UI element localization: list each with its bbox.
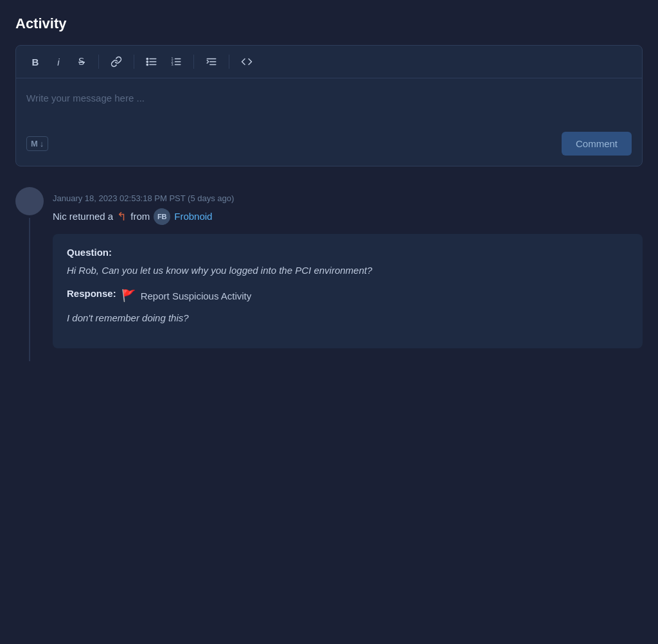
comment-button[interactable]: Comment [562,132,632,156]
toolbar-divider-3 [193,55,194,69]
activity-content: January 18, 2023 02:53:18 PM PST (5 days… [53,187,643,362]
svg-point-3 [147,58,148,59]
svg-text:3.: 3. [172,62,174,66]
activity-item: January 18, 2023 02:53:18 PM PST (5 days… [15,187,643,362]
unordered-list-button[interactable] [141,52,163,71]
description-mid: from [130,211,150,222]
toolbar-divider-2 [134,55,134,69]
page-title: Activity [15,15,643,32]
response-action: Report Suspicious Activity [141,291,252,301]
activity-left [15,187,44,362]
editor-body[interactable]: Write your message here ... M ↓ Comment [16,78,642,166]
indent-button[interactable] [200,52,222,71]
strikethrough-button[interactable]: S̶ [71,52,92,71]
flag-emoji: 🚩 [121,289,136,303]
user-badge: FB Frobnoid [154,208,212,225]
return-icon: ↱ [117,210,127,224]
timeline-line [29,218,30,362]
markdown-badge: M ↓ [26,136,48,151]
toolbar: B i S̶ 1. 2. 3. [16,46,642,78]
editor-container: B i S̶ 1. 2. 3. [15,45,643,166]
activity-timestamp: January 18, 2023 02:53:18 PM PST (5 days… [53,193,643,203]
editor-footer: M ↓ Comment [26,132,632,156]
question-label: Question: [67,247,628,258]
link-button[interactable] [105,52,127,71]
response-row: Response: 🚩 Report Suspicious Activity [67,288,628,304]
response-note: I don't remember doing this? [67,310,628,325]
response-label: Response: [67,288,116,299]
toolbar-divider-1 [98,55,99,69]
avatar [15,187,44,215]
editor-placeholder: Write your message here ... [26,91,632,106]
toolbar-divider-4 [229,55,229,69]
svg-point-4 [147,61,148,62]
markdown-icon: M [31,139,38,148]
user-avatar-small: FB [154,208,170,225]
description-pre: Nic returned a [53,211,113,222]
markdown-arrow: ↓ [40,139,44,148]
svg-point-5 [147,64,148,65]
activity-card: Question: Hi Rob, Can you let us know wh… [53,234,643,349]
user-name-link[interactable]: Frobnoid [174,211,212,222]
ordered-list-button[interactable]: 1. 2. 3. [165,52,187,71]
code-button[interactable] [236,52,258,71]
question-text: Hi Rob, Can you let us know why you logg… [67,263,628,278]
bold-button[interactable]: B [25,53,46,71]
italic-button[interactable]: i [48,53,69,71]
activity-description: Nic returned a ↱ from FB Frobnoid [53,208,643,225]
